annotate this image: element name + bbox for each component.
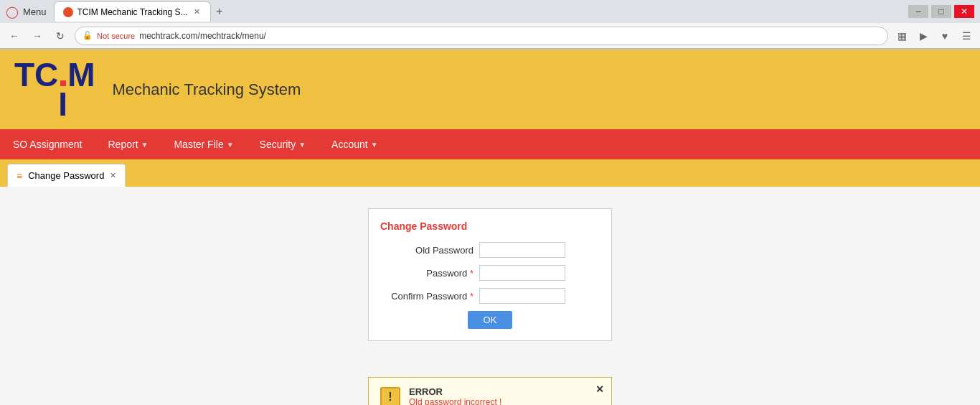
browser-title-bar: ◯ Menu TCIM Mechanic Tracking S... ✕ + –… (0, 0, 980, 23)
app-title: Mechanic Tracking System (112, 80, 301, 99)
back-button[interactable]: ← (6, 27, 23, 45)
nav-label-master-file: Master File (174, 139, 223, 150)
address-bar: ← → ↻ 🔓 Not secure mechtrack.com/mechtra… (0, 23, 980, 49)
form-actions: OK (380, 311, 600, 329)
nav-label-security: Security (260, 139, 296, 150)
confirm-password-label: Confirm Password * (380, 291, 473, 302)
main-content: Change Password Old Password Password * … (0, 187, 980, 405)
nav-item-so-assignment[interactable]: SO Assignment (0, 129, 95, 159)
report-dropdown-icon: ▼ (141, 141, 149, 149)
not-secure-label: Not secure (97, 32, 135, 40)
confirm-password-input[interactable] (479, 288, 565, 304)
bookmark-icon[interactable]: ♥ (937, 28, 953, 44)
tab-favicon (63, 7, 73, 17)
nav-label-report: Report (108, 139, 138, 150)
error-toast: ! ERROR Old password incorrect ! ✕ (368, 377, 612, 405)
tab-title: TCIM Mechanic Tracking S... (77, 7, 188, 17)
error-text-block: ERROR Old password incorrect ! (409, 386, 600, 405)
old-password-label: Old Password (380, 245, 473, 256)
url-bar[interactable]: 🔓 Not secure mechtrack.com/mechtrack/men… (75, 27, 888, 45)
cast-icon[interactable]: ▶ (915, 28, 931, 44)
minimize-button[interactable]: – (908, 5, 928, 18)
browser-menu-label[interactable]: Menu (23, 6, 47, 17)
maximize-button[interactable]: □ (931, 5, 951, 18)
password-row: Password * (380, 265, 600, 281)
password-input[interactable] (479, 265, 565, 281)
password-required-star: * (470, 268, 473, 279)
password-label: Password * (380, 268, 473, 279)
browser-actions: ▦ ▶ ♥ ☰ (894, 28, 974, 44)
nav-item-master-file[interactable]: Master File ▼ (161, 129, 246, 159)
toast-close-button[interactable]: ✕ (595, 383, 604, 395)
content-tab-change-password[interactable]: ≡ Change Password ✕ (7, 164, 126, 187)
refresh-button[interactable]: ↻ (52, 27, 69, 45)
tab-bar: ≡ Change Password ✕ (0, 159, 980, 187)
logo-i: I (58, 88, 67, 121)
logo-t: T (14, 58, 34, 91)
content-tab-close-button[interactable]: ✕ (110, 171, 116, 180)
tab-settings-icon: ≡ (17, 170, 22, 182)
logo-wrapper: T C I M (14, 58, 95, 121)
url-text: mechtrack.com/mechtrack/menu/ (139, 31, 266, 41)
content-tab-label: Change Password (28, 170, 104, 181)
logo-i-wrapper: I (58, 80, 67, 121)
error-title: ERROR (409, 386, 600, 397)
tab-close-button[interactable]: ✕ (192, 7, 202, 17)
error-message: Old password incorrect ! (409, 397, 600, 405)
window-controls: – □ ✕ (908, 5, 974, 18)
change-password-form: Change Password Old Password Password * … (368, 208, 612, 341)
master-file-dropdown-icon: ▼ (227, 141, 234, 149)
nav-label-so-assignment: SO Assignment (13, 139, 83, 150)
security-dropdown-icon: ▼ (298, 141, 306, 149)
confirm-required-star: * (470, 291, 473, 302)
browser-chrome: ◯ Menu TCIM Mechanic Tracking S... ✕ + –… (0, 0, 980, 50)
logo-c: C (34, 58, 58, 91)
nav-item-security[interactable]: Security ▼ (247, 129, 319, 159)
warning-icon: ! (380, 387, 400, 406)
lock-icon: 🔓 (83, 31, 93, 40)
tcim-logo: T C I M (14, 58, 95, 121)
nav-bar: SO Assignment Report ▼ Master File ▼ Sec… (0, 129, 980, 159)
account-dropdown-icon: ▼ (371, 141, 378, 149)
settings-icon[interactable]: ☰ (958, 28, 974, 44)
forward-button[interactable]: → (29, 27, 46, 45)
confirm-password-row: Confirm Password * (380, 288, 600, 304)
warning-symbol: ! (388, 391, 392, 404)
form-title: Change Password (380, 220, 600, 232)
new-tab-button[interactable]: + (211, 3, 228, 20)
active-tab[interactable]: TCIM Mechanic Tracking S... ✕ (54, 1, 211, 22)
nav-item-account[interactable]: Account ▼ (319, 129, 391, 159)
nav-item-report[interactable]: Report ▼ (95, 129, 161, 159)
ok-button[interactable]: OK (468, 311, 513, 329)
old-password-input[interactable] (479, 242, 565, 258)
close-button[interactable]: ✕ (954, 5, 974, 18)
old-password-row: Old Password (380, 242, 600, 258)
app-header: T C I M Mechanic Tracking System (0, 50, 980, 129)
logo-m: M (67, 58, 95, 91)
browser-logo-icon: ◯ (6, 5, 19, 19)
nav-label-account: Account (331, 139, 368, 150)
camera-icon[interactable]: ▦ (894, 28, 910, 44)
